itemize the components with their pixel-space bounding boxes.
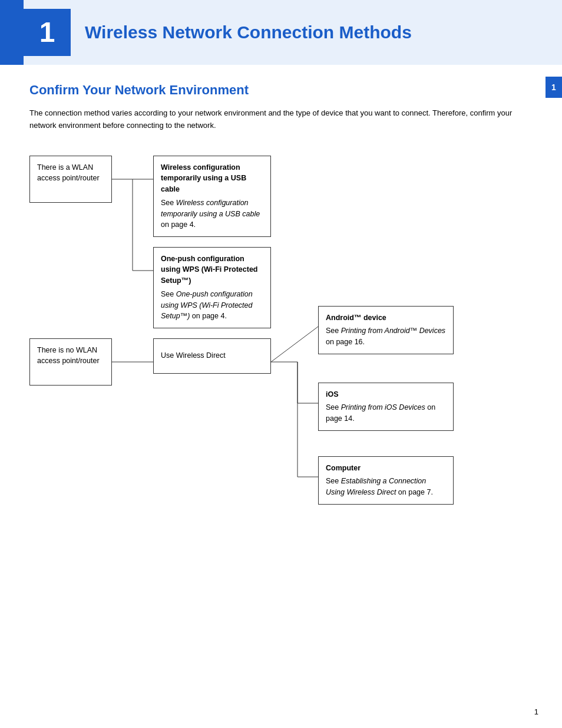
side-tab: 1 [546,77,562,98]
android-title: Android™ device [326,312,446,324]
box-wlan-yes: There is a WLAN access point/router [29,156,112,203]
main-content: Confirm Your Network Environment The con… [0,65,562,592]
box-android: Android™ device See Printing from Androi… [318,306,454,354]
ios-title: iOS [326,389,446,400]
header-bar: 1 Wireless Network Connection Methods [0,0,562,65]
box-wps: One-push configuration using WPS (Wi-Fi … [153,247,271,329]
svg-line-4 [271,327,318,362]
box-wireless-direct: Use Wireless Direct [153,338,271,374]
usb-title: Wireless configuration temporarily using… [161,162,263,195]
computer-title: Computer [326,463,446,474]
header-accent [0,0,24,65]
ios-ref: See Printing from iOS Devices on page 14… [326,402,446,424]
android-ref: See Printing from Android™ Devices on pa… [326,325,446,348]
box-computer: Computer See Establishing a Connection U… [318,456,454,505]
chapter-title: Wireless Network Connection Methods [85,22,412,42]
chapter-number: 1 [39,18,55,47]
box-wlan-no: There is no WLAN access point/router [29,338,112,386]
intro-text: The connection method varies according t… [29,107,513,132]
box-ios: iOS See Printing from iOS Devices on pag… [318,383,454,431]
box-usb: Wireless configuration temporarily using… [153,156,271,238]
section-title: Confirm Your Network Environment [29,83,533,98]
wps-title: One-push configuration using WPS (Wi-Fi … [161,253,263,286]
diagram: There is a WLAN access point/router Ther… [29,156,536,568]
wps-ref: See One-push configuration using WPS (Wi… [161,289,263,322]
page-number: 1 [534,707,538,716]
chapter-number-block: 1 [24,9,71,56]
computer-ref: See Establishing a Connection Using Wire… [326,476,446,498]
usb-ref: See Wireless configuration temporarily u… [161,197,263,230]
